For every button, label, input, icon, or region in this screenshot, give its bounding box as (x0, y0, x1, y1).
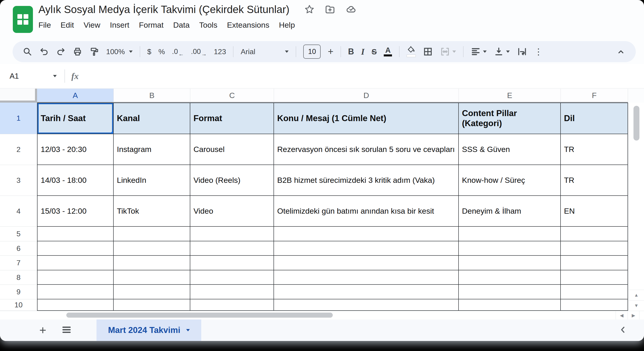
cell-E7[interactable] (459, 256, 561, 270)
cell-B1[interactable]: Kanal (114, 103, 190, 134)
cell-E4[interactable]: Deneyim & İlham (459, 196, 561, 227)
cell-A8[interactable] (37, 270, 114, 285)
cell-C2[interactable]: Carousel (190, 134, 274, 165)
cell-B2[interactable]: Instagram (114, 134, 190, 165)
menu-item[interactable]: Insert (110, 20, 129, 29)
currency-format-button[interactable]: $ (147, 47, 152, 56)
cloud-saved-icon[interactable] (345, 4, 357, 15)
row-header-9[interactable]: 9 (0, 285, 37, 299)
cell-D7[interactable] (274, 256, 459, 270)
italic-button[interactable]: I (361, 47, 364, 57)
column-header-A[interactable]: A (37, 89, 114, 103)
star-icon[interactable] (304, 4, 315, 15)
fill-color-button[interactable] (406, 46, 416, 57)
google-sheets-logo-icon[interactable] (13, 6, 33, 33)
cell-F8[interactable] (561, 270, 628, 285)
row-header-7[interactable]: 7 (0, 256, 37, 270)
vertical-scrollbar[interactable]: ▲ ▼ (628, 103, 644, 311)
column-header-D[interactable]: D (274, 89, 459, 103)
row-header-6[interactable]: 6 (0, 241, 37, 256)
cell-E6[interactable] (459, 241, 561, 256)
sheet-tab-active[interactable]: Mart 2024 Takvimi (96, 320, 201, 341)
menu-item[interactable]: Edit (60, 20, 74, 29)
horizontal-align-button[interactable] (471, 47, 487, 57)
percent-format-button[interactable]: % (158, 47, 165, 56)
cell-F1[interactable]: Dil (561, 103, 628, 134)
cell-D10[interactable] (274, 299, 459, 311)
cell-A6[interactable] (37, 241, 114, 256)
sheet-tab-menu-icon[interactable] (186, 329, 190, 331)
redo-icon[interactable] (56, 47, 66, 56)
font-family-select[interactable]: Arial (240, 47, 288, 56)
cell-E10[interactable] (459, 299, 561, 311)
cell-C1[interactable]: Format (190, 103, 274, 134)
borders-button[interactable] (423, 47, 433, 57)
cell-F9[interactable] (561, 285, 628, 299)
cell-A1[interactable]: Tarih / Saat (37, 103, 114, 134)
add-sheet-button[interactable]: + (39, 324, 46, 336)
search-icon[interactable] (23, 47, 32, 56)
more-options-button[interactable]: ⋮ (534, 47, 543, 57)
number-format-button[interactable]: 123 (214, 47, 226, 56)
increase-decimal-button[interactable]: .00→ (191, 47, 207, 56)
cell-D8[interactable] (274, 270, 459, 285)
print-icon[interactable] (73, 47, 82, 56)
cell-F2[interactable]: TR (561, 134, 628, 165)
cell-B3[interactable]: LinkedIn (114, 165, 190, 196)
cell-C10[interactable] (190, 299, 274, 311)
cell-C5[interactable] (190, 227, 274, 241)
cell-C9[interactable] (190, 285, 274, 299)
text-wrap-button[interactable] (517, 47, 527, 57)
scroll-down-button[interactable]: ▼ (629, 300, 644, 311)
cell-A4[interactable]: 15/03 - 12:00 (37, 196, 114, 227)
all-sheets-icon[interactable] (61, 325, 72, 336)
cell-F7[interactable] (561, 256, 628, 270)
cell-B9[interactable] (114, 285, 190, 299)
cell-D2[interactable]: Rezervasyon öncesi sık sorulan 5 soru ve… (274, 134, 459, 165)
decrease-decimal-button[interactable]: .0← (172, 47, 184, 56)
cell-B4[interactable]: TikTok (114, 196, 190, 227)
cell-D5[interactable] (274, 227, 459, 241)
cell-E2[interactable]: SSS & Güven (459, 134, 561, 165)
cell-E1[interactable]: Content Pillar (Kategori) (459, 103, 561, 134)
row-header-10[interactable]: 10 (0, 299, 37, 311)
zoom-control[interactable]: 100% (106, 47, 133, 56)
cell-A7[interactable] (37, 256, 114, 270)
bold-button[interactable]: B (348, 47, 354, 56)
cell-F5[interactable] (561, 227, 628, 241)
undo-icon[interactable] (39, 47, 49, 56)
fill-handle[interactable] (111, 132, 114, 134)
cell-D6[interactable] (274, 241, 459, 256)
row-header-4[interactable]: 4 (0, 196, 37, 227)
cell-A3[interactable]: 14/03 - 18:00 (37, 165, 114, 196)
row-header-5[interactable]: 5 (0, 227, 37, 241)
cell-D3[interactable]: B2B hizmet sürecimizdeki 3 kritik adım (… (274, 165, 459, 196)
column-header-F[interactable]: F (561, 89, 628, 103)
formula-input[interactable] (79, 64, 644, 88)
row-header-2[interactable]: 2 (0, 134, 37, 165)
cell-B8[interactable] (114, 270, 190, 285)
vertical-scrollbar-thumb[interactable] (634, 106, 640, 141)
cell-B7[interactable] (114, 256, 190, 270)
merge-cells-button[interactable] (440, 47, 456, 57)
column-header-C[interactable]: C (190, 89, 274, 103)
column-header-E[interactable]: E (459, 89, 561, 103)
cell-C4[interactable]: Video (190, 196, 274, 227)
cell-B10[interactable] (114, 299, 190, 311)
select-all-corner[interactable] (0, 89, 37, 103)
cell-F3[interactable]: TR (561, 165, 628, 196)
cell-F6[interactable] (561, 241, 628, 256)
cell-C3[interactable]: Video (Reels) (190, 165, 274, 196)
vertical-align-button[interactable] (494, 47, 510, 57)
cell-A9[interactable] (37, 285, 114, 299)
menu-item[interactable]: View (84, 20, 100, 29)
cell-F10[interactable] (561, 299, 628, 311)
cell-A10[interactable] (37, 299, 114, 311)
increase-font-size-button[interactable]: + (328, 46, 334, 57)
scroll-right-button[interactable]: ▶ (628, 311, 640, 320)
menu-item[interactable]: Help (279, 20, 295, 29)
cell-E5[interactable] (459, 227, 561, 241)
cell-A2[interactable]: 12/03 - 20:30 (37, 134, 114, 165)
menu-item[interactable]: Tools (199, 20, 217, 29)
cell-D4[interactable]: Otelimizdeki gün batımı anından kısa bir… (274, 196, 459, 227)
